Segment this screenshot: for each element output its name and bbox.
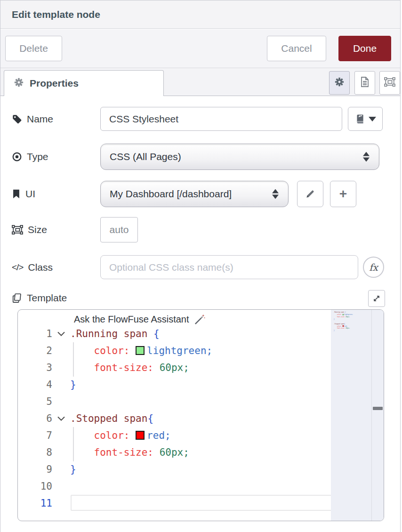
pencil-icon xyxy=(306,189,315,199)
code-line[interactable]: 10 xyxy=(18,478,384,495)
dot-circle-icon xyxy=(12,152,22,162)
fold-chevron-icon[interactable] xyxy=(52,416,70,421)
dialog-header: Edit template node xyxy=(0,0,400,29)
template-label: Template xyxy=(12,290,67,306)
editor-minimap[interactable]: .Running span { color: lightgreen; font-… xyxy=(331,310,384,521)
code-brackets-icon: </> xyxy=(12,262,23,273)
minimap-code: .Running span { color: lightgreen; font-… xyxy=(334,311,372,332)
caret-down-icon xyxy=(369,117,376,121)
tag-icon xyxy=(12,114,22,124)
fx-expression-button[interactable]: fx xyxy=(363,257,384,278)
color-swatch-red xyxy=(136,431,145,440)
color-swatch-lightgreen xyxy=(136,346,145,355)
cancel-button[interactable]: Cancel xyxy=(267,36,326,61)
line-number: 3 xyxy=(18,362,52,373)
appearance-tab-button[interactable] xyxy=(379,71,400,95)
line-number: 5 xyxy=(18,396,52,407)
select-caret-icon xyxy=(272,189,279,199)
dialog-button-bar: Delete Cancel Done xyxy=(0,29,400,68)
library-button[interactable] xyxy=(348,107,383,131)
line-number: 7 xyxy=(18,430,52,441)
magic-wand-icon xyxy=(193,314,205,325)
template-code-editor[interactable]: Ask the FlowFuse Assistant 1 .Running sp… xyxy=(17,309,384,521)
code-line[interactable]: 1 .Running span { xyxy=(18,325,384,342)
ui-select[interactable]: My Dashboard [/dashboard] xyxy=(100,181,289,207)
scrollbar-thumb[interactable] xyxy=(373,407,383,410)
book-icon xyxy=(355,114,365,124)
line-number: 1 xyxy=(18,328,52,339)
line-number-active: 11 xyxy=(18,498,52,509)
edit-ui-button[interactable] xyxy=(297,181,323,207)
bookmark-icon xyxy=(12,189,21,199)
delete-button[interactable]: Delete xyxy=(5,36,62,61)
name-input[interactable] xyxy=(100,107,342,131)
gear-icon xyxy=(334,77,345,89)
line-number: 6 xyxy=(18,413,52,424)
code-line[interactable]: 4 } xyxy=(18,376,384,393)
line-number: 9 xyxy=(18,464,52,475)
add-ui-button[interactable]: + xyxy=(330,181,356,207)
tab-properties[interactable]: Properties xyxy=(4,70,164,96)
class-input[interactable] xyxy=(100,255,358,279)
tab-properties-label: Properties xyxy=(30,78,79,89)
minimap-divider xyxy=(371,310,372,521)
code-line[interactable]: 6 .Stopped span{ xyxy=(18,410,384,427)
size-button[interactable]: auto xyxy=(100,217,138,242)
copy-icon xyxy=(12,293,22,303)
expand-icon xyxy=(372,294,381,303)
select-caret-icon xyxy=(363,152,370,162)
fold-chevron-icon[interactable] xyxy=(52,331,70,336)
line-number: 2 xyxy=(18,345,52,356)
indent-guide xyxy=(73,427,74,461)
ui-label: UI xyxy=(12,181,35,207)
document-icon xyxy=(360,76,370,89)
code-line[interactable]: 5 xyxy=(18,393,384,410)
line-number: 10 xyxy=(18,481,52,492)
edit-template-dialog: Edit template node Delete Cancel Done xyxy=(0,0,401,532)
dialog-title: Edit template node xyxy=(12,0,100,29)
properties-tab-button[interactable] xyxy=(329,71,350,95)
type-select[interactable]: CSS (All Pages) xyxy=(100,144,379,170)
assistant-hint[interactable]: Ask the FlowFuse Assistant xyxy=(74,314,205,325)
code-line[interactable]: 9 } xyxy=(18,461,384,478)
done-button[interactable]: Done xyxy=(338,36,391,61)
type-label: Type xyxy=(12,144,48,170)
fx-icon: fx xyxy=(369,262,378,273)
class-label: </> Class xyxy=(12,255,53,279)
current-line-highlight xyxy=(71,495,334,511)
line-number: 8 xyxy=(18,447,52,458)
object-group-icon xyxy=(384,77,395,89)
line-number: 4 xyxy=(18,379,52,390)
expand-editor-button[interactable] xyxy=(368,290,385,307)
gear-icon xyxy=(14,77,24,89)
indent-guide xyxy=(73,342,74,377)
description-tab-button[interactable] xyxy=(354,71,375,95)
tab-bar: Properties xyxy=(0,69,400,96)
object-group-icon xyxy=(12,225,23,235)
size-label: Size xyxy=(12,217,47,242)
plus-icon: + xyxy=(339,187,347,201)
name-label: Name xyxy=(12,107,53,131)
